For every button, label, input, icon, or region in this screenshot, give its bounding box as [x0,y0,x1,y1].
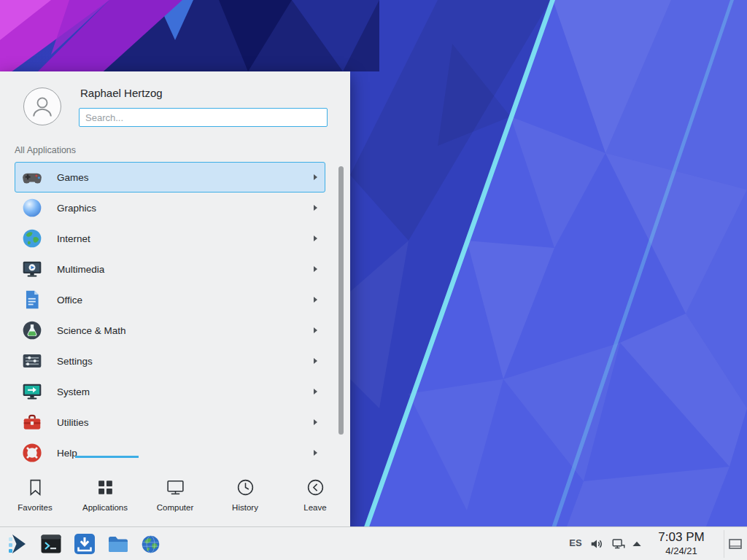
section-label: All Applications [15,145,76,155]
tab-label: Computer [157,503,194,512]
control-panel-icon [21,350,43,372]
bookmark-icon [26,478,45,497]
person-icon [29,93,55,120]
clock-icon [236,478,255,497]
leave-circle-icon [306,478,325,497]
category-science-math[interactable]: Science & Math [15,315,325,346]
category-label: Office [57,295,82,306]
category-games[interactable]: Games [15,162,325,192]
category-label: Internet [57,233,90,244]
clock-time: 7:03 PM [649,529,713,545]
category-label: Games [57,172,89,183]
tab-applications[interactable]: Applications [70,463,140,526]
network-icon[interactable] [611,537,626,551]
software-center-icon[interactable] [73,532,96,556]
system-monitor-icon [21,381,43,402]
globe-icon [21,228,43,249]
category-internet[interactable]: Internet [15,223,325,254]
toolbox-icon [21,411,43,433]
active-tab-indicator [75,456,139,458]
web-browser-icon[interactable] [140,534,161,555]
tab-computer[interactable]: Computer [140,463,210,526]
expand-tray-arrow-icon[interactable] [632,540,642,547]
category-graphics[interactable]: Graphics [15,192,325,223]
tab-label: Leave [303,503,326,512]
category-system[interactable]: System [15,376,325,407]
tab-label: Favorites [18,503,52,512]
monitor-icon [166,478,185,497]
category-settings[interactable]: Settings [15,346,325,376]
category-label: Help [57,448,77,459]
flask-icon [21,319,43,341]
clock-widget[interactable]: 7:03 PM 4/24/21 [649,529,713,557]
search-input[interactable] [79,108,328,127]
submenu-arrow-icon [314,450,317,456]
category-label: Science & Math [57,325,126,336]
category-label: Utilities [57,417,89,428]
document-icon [21,289,43,311]
category-utilities[interactable]: Utilities [15,407,325,438]
tab-label: Applications [82,503,128,512]
submenu-arrow-icon [314,358,317,364]
submenu-arrow-icon [314,174,317,180]
submenu-arrow-icon [314,205,317,211]
user-avatar[interactable] [23,88,61,125]
show-desktop-button[interactable] [724,530,746,558]
application-launcher-menu: Raphael Hertzog All Applications Games [0,71,350,526]
user-name: Raphael Hertzog [80,87,163,99]
file-manager-icon[interactable] [107,532,130,556]
tab-leave[interactable]: Leave [280,463,350,526]
tab-label: History [232,503,258,512]
blue-sphere-icon [21,197,43,219]
submenu-arrow-icon [314,389,317,394]
submenu-arrow-icon [314,327,317,333]
category-help[interactable]: Help [15,438,325,463]
submenu-arrow-icon [314,266,317,272]
app-launcher-icon[interactable] [6,532,29,556]
show-desktop-icon [727,536,743,552]
taskbar: ES 7:03 PM 4/24/21 [0,526,747,560]
launcher-tabbar: Favorites Applications Computer [0,463,350,526]
category-label: Settings [57,356,93,367]
category-label: Graphics [57,203,96,214]
category-label: Multimedia [57,264,104,275]
submenu-arrow-icon [314,236,317,241]
lifebuoy-icon [21,442,43,463]
volume-icon[interactable] [589,537,604,551]
list-scrollbar[interactable] [338,166,344,435]
submenu-arrow-icon [314,419,317,425]
submenu-arrow-icon [314,297,317,303]
category-office[interactable]: Office [15,284,325,315]
gamepad-icon [21,166,43,188]
clock-date: 4/24/21 [649,545,713,557]
category-list: Games Graphics [0,162,350,463]
category-multimedia[interactable]: Multimedia [15,254,325,284]
keyboard-layout-indicator[interactable]: ES [566,537,585,548]
tab-history[interactable]: History [210,463,280,526]
grid-icon [96,478,115,497]
tab-favorites[interactable]: Favorites [0,463,70,526]
terminal-icon[interactable] [39,532,63,556]
desktop-screen: Raphael Hertzog All Applications Games [0,0,747,560]
monitor-play-icon [21,258,43,280]
category-label: System [57,386,90,397]
